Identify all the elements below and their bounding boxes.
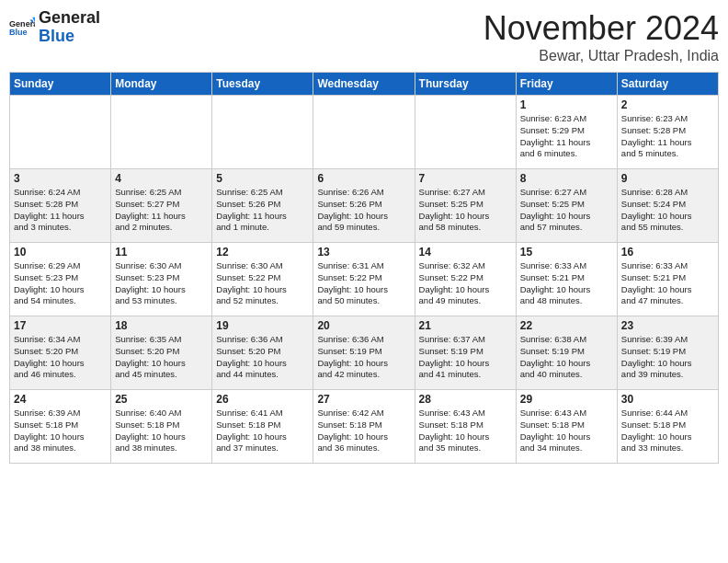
- day-info: Sunrise: 6:38 AMSunset: 5:19 PMDaylight:…: [520, 334, 613, 381]
- day-number: 25: [115, 393, 208, 406]
- logo-icon: General Blue: [9, 15, 35, 40]
- calendar-day-19: 19Sunrise: 6:36 AMSunset: 5:20 PMDayligh…: [212, 316, 313, 390]
- calendar-day-7: 7Sunrise: 6:27 AMSunset: 5:25 PMDaylight…: [415, 169, 516, 243]
- calendar-week-row: 1Sunrise: 6:23 AMSunset: 5:29 PMDaylight…: [10, 96, 719, 169]
- day-number: 15: [520, 246, 613, 259]
- location-subtitle: Bewar, Uttar Pradesh, India: [483, 48, 719, 64]
- day-info: Sunrise: 6:23 AMSunset: 5:29 PMDaylight:…: [520, 113, 613, 160]
- calendar-day-11: 11Sunrise: 6:30 AMSunset: 5:23 PMDayligh…: [111, 243, 212, 316]
- day-info: Sunrise: 6:23 AMSunset: 5:28 PMDaylight:…: [621, 113, 714, 160]
- calendar-day-20: 20Sunrise: 6:36 AMSunset: 5:19 PMDayligh…: [313, 316, 415, 390]
- calendar-empty-cell: [111, 96, 212, 169]
- calendar-day-21: 21Sunrise: 6:37 AMSunset: 5:19 PMDayligh…: [415, 316, 516, 390]
- day-info: Sunrise: 6:42 AMSunset: 5:18 PMDaylight:…: [317, 408, 410, 454]
- day-info: Sunrise: 6:31 AMSunset: 5:22 PMDaylight:…: [317, 260, 410, 307]
- day-number: 17: [14, 319, 107, 332]
- weekday-header-row: SundayMondayTuesdayWednesdayThursdayFrid…: [10, 73, 719, 96]
- day-info: Sunrise: 6:30 AMSunset: 5:23 PMDaylight:…: [115, 260, 208, 307]
- calendar-day-6: 6Sunrise: 6:26 AMSunset: 5:26 PMDaylight…: [313, 169, 415, 243]
- title-section: November 2024 Bewar, Uttar Pradesh, Indi…: [483, 9, 719, 64]
- calendar-week-row: 17Sunrise: 6:34 AMSunset: 5:20 PMDayligh…: [10, 316, 719, 390]
- calendar-day-4: 4Sunrise: 6:25 AMSunset: 5:27 PMDaylight…: [111, 169, 212, 243]
- day-info: Sunrise: 6:25 AMSunset: 5:26 PMDaylight:…: [216, 187, 309, 234]
- weekday-header-saturday: Saturday: [617, 73, 718, 96]
- day-info: Sunrise: 6:39 AMSunset: 5:18 PMDaylight:…: [14, 408, 107, 454]
- day-number: 7: [419, 172, 512, 185]
- calendar-empty-cell: [212, 96, 313, 169]
- day-number: 23: [621, 319, 714, 332]
- day-info: Sunrise: 6:37 AMSunset: 5:19 PMDaylight:…: [419, 334, 512, 381]
- day-info: Sunrise: 6:34 AMSunset: 5:20 PMDaylight:…: [14, 334, 107, 381]
- day-number: 10: [14, 246, 107, 259]
- day-number: 12: [216, 246, 309, 259]
- day-info: Sunrise: 6:33 AMSunset: 5:21 PMDaylight:…: [520, 260, 613, 307]
- calendar-day-18: 18Sunrise: 6:35 AMSunset: 5:20 PMDayligh…: [111, 316, 212, 390]
- calendar-day-17: 17Sunrise: 6:34 AMSunset: 5:20 PMDayligh…: [10, 316, 111, 390]
- calendar-day-14: 14Sunrise: 6:32 AMSunset: 5:22 PMDayligh…: [415, 243, 516, 316]
- month-title: November 2024: [483, 9, 719, 48]
- day-number: 9: [621, 172, 714, 185]
- calendar-day-2: 2Sunrise: 6:23 AMSunset: 5:28 PMDaylight…: [617, 96, 718, 169]
- day-info: Sunrise: 6:30 AMSunset: 5:22 PMDaylight:…: [216, 260, 309, 307]
- day-number: 30: [621, 393, 714, 406]
- day-number: 29: [520, 393, 613, 406]
- day-number: 6: [317, 172, 410, 185]
- calendar-week-row: 24Sunrise: 6:39 AMSunset: 5:18 PMDayligh…: [10, 390, 719, 464]
- weekday-header-tuesday: Tuesday: [212, 73, 313, 96]
- day-number: 28: [419, 393, 512, 406]
- day-number: 19: [216, 319, 309, 332]
- day-number: 5: [216, 172, 309, 185]
- day-number: 18: [115, 319, 208, 332]
- calendar-day-13: 13Sunrise: 6:31 AMSunset: 5:22 PMDayligh…: [313, 243, 415, 316]
- calendar-week-row: 3Sunrise: 6:24 AMSunset: 5:28 PMDaylight…: [10, 169, 719, 243]
- calendar-day-5: 5Sunrise: 6:25 AMSunset: 5:26 PMDaylight…: [212, 169, 313, 243]
- day-number: 13: [317, 246, 410, 259]
- calendar-day-28: 28Sunrise: 6:43 AMSunset: 5:18 PMDayligh…: [415, 390, 516, 464]
- day-info: Sunrise: 6:44 AMSunset: 5:18 PMDaylight:…: [621, 408, 714, 454]
- day-number: 20: [317, 319, 410, 332]
- day-number: 3: [14, 172, 107, 185]
- day-info: Sunrise: 6:24 AMSunset: 5:28 PMDaylight:…: [14, 187, 107, 234]
- calendar-empty-cell: [313, 96, 415, 169]
- calendar-day-29: 29Sunrise: 6:43 AMSunset: 5:18 PMDayligh…: [516, 390, 617, 464]
- page-header: General Blue General Blue November 2024 …: [9, 9, 719, 64]
- calendar-day-9: 9Sunrise: 6:28 AMSunset: 5:24 PMDaylight…: [617, 169, 718, 243]
- calendar-day-16: 16Sunrise: 6:33 AMSunset: 5:21 PMDayligh…: [617, 243, 718, 316]
- day-info: Sunrise: 6:33 AMSunset: 5:21 PMDaylight:…: [621, 260, 714, 307]
- logo-general: General: [39, 8, 100, 27]
- calendar-day-15: 15Sunrise: 6:33 AMSunset: 5:21 PMDayligh…: [516, 243, 617, 316]
- day-info: Sunrise: 6:43 AMSunset: 5:18 PMDaylight:…: [419, 408, 512, 454]
- weekday-header-thursday: Thursday: [415, 73, 516, 96]
- calendar-day-27: 27Sunrise: 6:42 AMSunset: 5:18 PMDayligh…: [313, 390, 415, 464]
- logo: General Blue General Blue: [9, 9, 100, 46]
- calendar-day-30: 30Sunrise: 6:44 AMSunset: 5:18 PMDayligh…: [617, 390, 718, 464]
- weekday-header-friday: Friday: [516, 73, 617, 96]
- day-info: Sunrise: 6:29 AMSunset: 5:23 PMDaylight:…: [14, 260, 107, 307]
- calendar-day-25: 25Sunrise: 6:40 AMSunset: 5:18 PMDayligh…: [111, 390, 212, 464]
- day-info: Sunrise: 6:39 AMSunset: 5:19 PMDaylight:…: [621, 334, 714, 381]
- day-number: 26: [216, 393, 309, 406]
- calendar-day-26: 26Sunrise: 6:41 AMSunset: 5:18 PMDayligh…: [212, 390, 313, 464]
- weekday-header-wednesday: Wednesday: [313, 73, 415, 96]
- day-number: 22: [520, 319, 613, 332]
- day-number: 4: [115, 172, 208, 185]
- logo-blue: Blue: [39, 27, 74, 45]
- day-info: Sunrise: 6:36 AMSunset: 5:20 PMDaylight:…: [216, 334, 309, 381]
- day-info: Sunrise: 6:25 AMSunset: 5:27 PMDaylight:…: [115, 187, 208, 234]
- calendar-day-3: 3Sunrise: 6:24 AMSunset: 5:28 PMDaylight…: [10, 169, 111, 243]
- day-number: 8: [520, 172, 613, 185]
- day-number: 24: [14, 393, 107, 406]
- calendar-week-row: 10Sunrise: 6:29 AMSunset: 5:23 PMDayligh…: [10, 243, 719, 316]
- day-info: Sunrise: 6:26 AMSunset: 5:26 PMDaylight:…: [317, 187, 410, 234]
- weekday-header-monday: Monday: [111, 73, 212, 96]
- day-number: 14: [419, 246, 512, 259]
- calendar-day-12: 12Sunrise: 6:30 AMSunset: 5:22 PMDayligh…: [212, 243, 313, 316]
- day-info: Sunrise: 6:35 AMSunset: 5:20 PMDaylight:…: [115, 334, 208, 381]
- calendar-day-23: 23Sunrise: 6:39 AMSunset: 5:19 PMDayligh…: [617, 316, 718, 390]
- calendar-empty-cell: [10, 96, 111, 169]
- day-info: Sunrise: 6:40 AMSunset: 5:18 PMDaylight:…: [115, 408, 208, 454]
- calendar-day-22: 22Sunrise: 6:38 AMSunset: 5:19 PMDayligh…: [516, 316, 617, 390]
- day-info: Sunrise: 6:41 AMSunset: 5:18 PMDaylight:…: [216, 408, 309, 454]
- day-number: 16: [621, 246, 714, 259]
- calendar-day-1: 1Sunrise: 6:23 AMSunset: 5:29 PMDaylight…: [516, 96, 617, 169]
